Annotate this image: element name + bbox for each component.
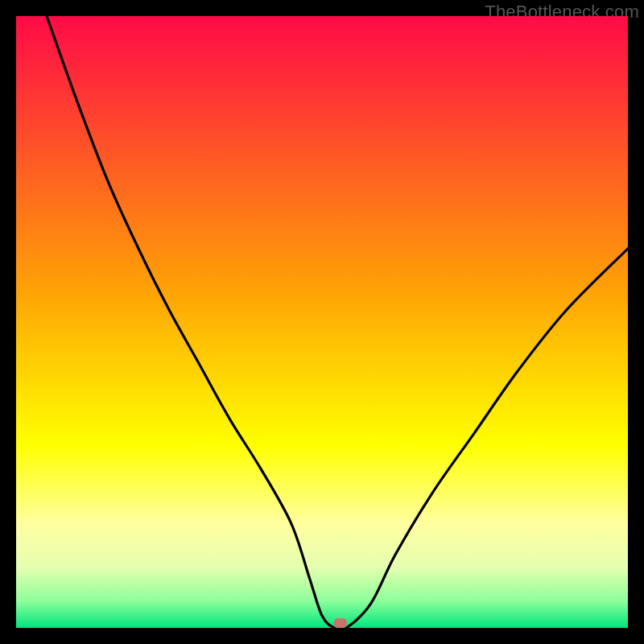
chart-frame: TheBottleneck.com xyxy=(0,0,644,644)
bottleneck-chart xyxy=(16,16,628,628)
optimal-point-marker xyxy=(334,618,347,628)
plot-area xyxy=(16,16,628,628)
gradient-background xyxy=(16,16,628,628)
